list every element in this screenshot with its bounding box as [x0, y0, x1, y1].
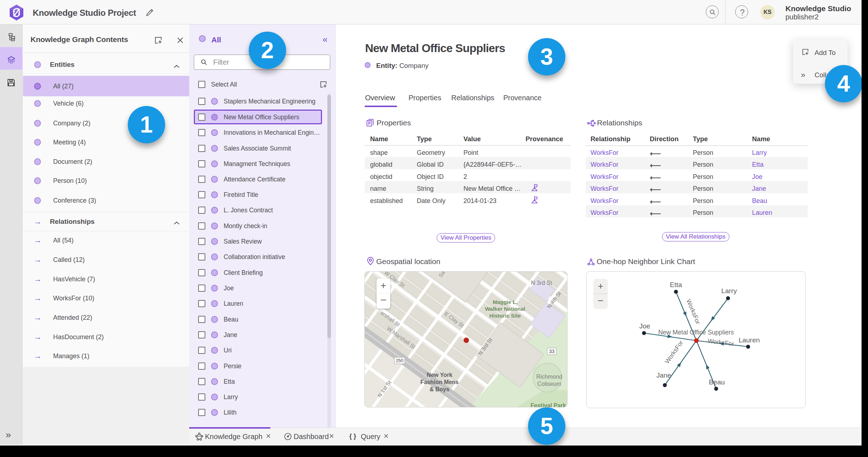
svg-text:Larry: Larry [721, 287, 737, 295]
svg-text:Etta: Etta [670, 281, 682, 288]
svg-text:Lauren: Lauren [738, 336, 760, 344]
svg-text:WorksFor: WorksFor [708, 337, 734, 347]
svg-text:Jane: Jane [656, 371, 671, 379]
svg-text:Joe: Joe [639, 322, 650, 330]
svg-text:New Metal Office Suppliers: New Metal Office Suppliers [658, 329, 734, 336]
svg-text:WorksFor: WorksFor [664, 339, 685, 365]
svg-text:Beau: Beau [709, 378, 725, 386]
svg-text:WorksFor: WorksFor [685, 298, 701, 325]
